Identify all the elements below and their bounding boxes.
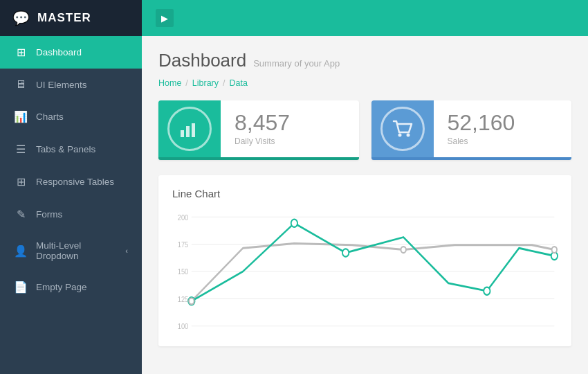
- cart-icon: [391, 117, 414, 141]
- sales-info: 52,160 Sales: [434, 100, 529, 157]
- main-content: ▶ Dashboard Summary of your App Home / L…: [142, 0, 588, 374]
- teal-dot: [342, 249, 349, 256]
- stat-card-sales: 52,160 Sales: [371, 100, 572, 160]
- page-subtitle: Summary of your App: [253, 58, 340, 69]
- sidebar-item-label: Charts: [36, 112, 64, 122]
- sidebar-item-label: Responsive Tables: [36, 177, 114, 187]
- sidebar-item-label: Tabs & Panels: [36, 144, 95, 154]
- svg-text:175: 175: [178, 240, 189, 249]
- sidebar-item-charts[interactable]: 📊 Charts: [0, 100, 142, 133]
- sales-label: Sales: [448, 136, 515, 146]
- page-header: Dashboard Summary of your App: [158, 50, 571, 71]
- stat-cards: 8,457 Daily Visits: [158, 100, 571, 160]
- sidebar-toggle-button[interactable]: ▶: [156, 9, 174, 27]
- topbar: ▶: [142, 0, 588, 36]
- logo-icon: 💬: [12, 10, 30, 26]
- charts-icon: 📊: [14, 110, 28, 123]
- svg-text:125: 125: [178, 295, 189, 303]
- gray-dot: [401, 247, 405, 253]
- sales-icon-circle: [380, 107, 425, 151]
- gray-dot: [189, 298, 194, 304]
- sidebar-item-empty-page[interactable]: 📄 Empty Page: [0, 271, 142, 303]
- svg-text:150: 150: [178, 268, 189, 276]
- svg-rect-1: [186, 126, 190, 137]
- svg-rect-2: [192, 123, 195, 137]
- svg-rect-0: [181, 130, 184, 137]
- sidebar-item-label: Empty Page: [36, 282, 87, 292]
- breadcrumb-sep-2: /: [223, 78, 225, 88]
- sales-bar: [371, 157, 572, 160]
- svg-point-3: [398, 134, 401, 137]
- teal-line: [192, 223, 555, 301]
- sales-icon-box: [371, 100, 434, 157]
- teal-dot: [484, 287, 490, 295]
- breadcrumb-home[interactable]: Home: [158, 78, 181, 88]
- sidebar-item-responsive-tables[interactable]: ⊞ Responsive Tables: [0, 166, 142, 198]
- sidebar-item-label: UI Elements: [36, 80, 87, 90]
- sidebar-item-label: Dashboard: [36, 47, 82, 57]
- breadcrumb-sep-1: /: [185, 78, 187, 88]
- sidebar-item-dashboard[interactable]: ⊞ Dashboard: [0, 36, 142, 69]
- chart-area: 200 175 150 125 100: [172, 209, 558, 334]
- sidebar: 💬 MASTER ⊞ Dashboard 🖥 UI Elements 📊 Cha…: [0, 0, 142, 374]
- svg-point-4: [406, 134, 410, 137]
- daily-visits-label: Daily Visits: [235, 136, 290, 146]
- daily-visits-info: 8,457 Daily Visits: [221, 100, 304, 157]
- sidebar-item-ui-elements[interactable]: 🖥 UI Elements: [0, 69, 142, 100]
- sidebar-item-label: Forms: [36, 209, 62, 220]
- daily-visits-bar: [158, 157, 359, 160]
- daily-visits-icon-box: [158, 100, 221, 157]
- forms-icon: ✎: [14, 208, 28, 221]
- logo-title: MASTER: [37, 11, 91, 25]
- content-area: Dashboard Summary of your App Home / Lib…: [142, 36, 588, 374]
- daily-visits-icon-circle: [167, 107, 212, 151]
- chart-title: Line Chart: [172, 188, 558, 199]
- tables-icon: ⊞: [14, 175, 28, 188]
- gray-dot: [552, 247, 557, 253]
- svg-text:200: 200: [178, 213, 189, 222]
- tabs-icon: ☰: [14, 143, 28, 156]
- sidebar-item-multi-level-dropdown[interactable]: 👤 Multi-Level Dropdown ‹: [0, 231, 142, 271]
- sidebar-item-tabs-panels[interactable]: ☰ Tabs & Panels: [0, 133, 142, 166]
- line-chart-card: Line Chart 200 175 150 125 100: [158, 175, 571, 346]
- sidebar-item-label: Multi-Level Dropdown: [36, 240, 117, 261]
- line-chart-svg: 200 175 150 125 100: [172, 209, 558, 334]
- sidebar-item-forms[interactable]: ✎ Forms: [0, 198, 142, 231]
- teal-dot: [291, 220, 297, 227]
- ui-elements-icon: 🖥: [14, 78, 28, 91]
- sales-value: 52,160: [448, 112, 515, 134]
- dashboard-icon: ⊞: [14, 46, 28, 59]
- page-title: Dashboard: [158, 50, 246, 71]
- sidebar-logo: 💬 MASTER: [0, 0, 142, 36]
- breadcrumb-library[interactable]: Library: [192, 78, 219, 88]
- svg-text:100: 100: [178, 322, 189, 330]
- breadcrumb-current: Data: [230, 78, 248, 88]
- bar-chart-icon: [178, 118, 201, 140]
- empty-page-icon: 📄: [14, 280, 28, 294]
- multi-level-icon: 👤: [14, 244, 28, 258]
- breadcrumb: Home / Library / Data: [158, 78, 571, 88]
- stat-card-daily-visits: 8,457 Daily Visits: [158, 100, 359, 160]
- daily-visits-value: 8,457: [235, 112, 290, 134]
- sidebar-nav: ⊞ Dashboard 🖥 UI Elements 📊 Charts ☰ Tab…: [0, 36, 142, 303]
- chevron-left-icon: ‹: [125, 247, 128, 255]
